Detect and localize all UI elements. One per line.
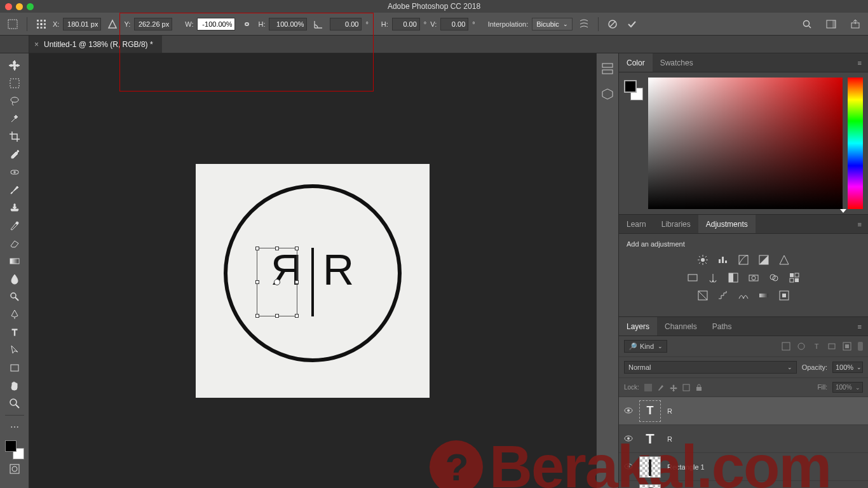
move-tool[interactable] bbox=[5, 57, 24, 74]
lock-transparent-icon[interactable] bbox=[644, 384, 652, 391]
dodge-tool[interactable] bbox=[5, 288, 24, 305]
interpolation-select[interactable]: Bicubic⌄ bbox=[532, 18, 572, 30]
filter-adjust-icon[interactable] bbox=[797, 342, 806, 351]
selective-color-icon[interactable] bbox=[777, 290, 791, 301]
color-balance-icon[interactable] bbox=[706, 272, 720, 283]
hue-sat-icon[interactable] bbox=[686, 272, 700, 283]
lock-paint-icon[interactable] bbox=[657, 384, 665, 391]
channel-mixer-icon[interactable] bbox=[767, 272, 781, 283]
levels-icon[interactable] bbox=[716, 254, 730, 266]
tab-layers[interactable]: Layers bbox=[619, 317, 657, 336]
delta-icon[interactable] bbox=[105, 17, 120, 32]
eraser-tool[interactable] bbox=[5, 235, 24, 252]
svg-rect-8 bbox=[41, 27, 43, 29]
panel-menu-icon[interactable]: ≡ bbox=[851, 323, 868, 330]
svg-point-29 bbox=[12, 466, 17, 471]
layer-row[interactable]: T R bbox=[619, 397, 868, 425]
fill-field[interactable]: 100%⌄ bbox=[832, 382, 863, 393]
tab-learn[interactable]: Learn bbox=[619, 215, 654, 233]
transform-icon[interactable] bbox=[5, 17, 20, 32]
canvas[interactable]: R R ?Berakal.com bbox=[29, 53, 596, 488]
hue-bar[interactable] bbox=[848, 78, 863, 209]
rectangle-tool[interactable] bbox=[5, 360, 24, 376]
layer-filter-kind[interactable]: 🔎Kind⌄ bbox=[624, 340, 667, 353]
crop-tool[interactable] bbox=[5, 128, 24, 145]
tab-swatches[interactable]: Swatches bbox=[653, 53, 701, 72]
commit-transform-icon[interactable] bbox=[624, 17, 639, 32]
gradient-tool[interactable] bbox=[5, 253, 24, 269]
fg-bg-swatch[interactable] bbox=[624, 78, 643, 209]
threshold-icon[interactable] bbox=[736, 290, 750, 301]
transform-bounds[interactable] bbox=[257, 248, 297, 316]
brush-tool[interactable] bbox=[5, 182, 24, 198]
tab-libraries[interactable]: Libraries bbox=[654, 215, 698, 233]
reference-point-icon[interactable] bbox=[34, 17, 49, 32]
share-icon[interactable] bbox=[848, 17, 863, 32]
marquee-tool[interactable] bbox=[5, 75, 24, 92]
color-lookup-icon[interactable] bbox=[787, 272, 801, 283]
quickmask-tool[interactable] bbox=[5, 461, 24, 477]
app-title: Adobe Photoshop CC 2018 bbox=[388, 2, 480, 11]
close-tab-icon[interactable]: × bbox=[34, 40, 39, 49]
svg-text:T: T bbox=[11, 327, 17, 337]
warp-icon[interactable] bbox=[576, 17, 592, 32]
zoom-tool[interactable] bbox=[5, 395, 24, 412]
gradient-map-icon[interactable] bbox=[757, 290, 771, 301]
hand-tool[interactable] bbox=[5, 377, 24, 394]
cancel-transform-icon[interactable] bbox=[605, 17, 620, 32]
window-minimize-icon[interactable] bbox=[16, 3, 23, 10]
tab-color[interactable]: Color bbox=[619, 53, 653, 72]
blend-mode-select[interactable]: Normal⌄ bbox=[624, 361, 797, 374]
path-selection-tool[interactable] bbox=[5, 342, 24, 358]
exposure-icon[interactable] bbox=[757, 254, 771, 266]
opacity-field[interactable]: 100%⌄ bbox=[832, 362, 863, 373]
svg-rect-30 bbox=[602, 64, 613, 67]
search-icon[interactable] bbox=[799, 17, 815, 32]
visibility-toggle[interactable] bbox=[624, 406, 633, 416]
filter-smart-icon[interactable] bbox=[843, 342, 851, 351]
workspace-icon[interactable] bbox=[824, 17, 839, 32]
lock-nest-icon[interactable] bbox=[682, 384, 690, 391]
brightness-icon[interactable] bbox=[696, 254, 710, 266]
photo-filter-icon[interactable] bbox=[747, 272, 761, 283]
edit-toolbar-icon[interactable]: ⋯ bbox=[5, 419, 24, 435]
color-spectrum[interactable] bbox=[648, 78, 843, 209]
magic-wand-tool[interactable] bbox=[5, 111, 24, 127]
x-field[interactable] bbox=[63, 18, 101, 30]
filter-shape-icon[interactable] bbox=[827, 342, 836, 351]
tab-channels[interactable]: Channels bbox=[657, 317, 705, 336]
window-close-icon[interactable] bbox=[5, 3, 12, 10]
history-panel-icon[interactable] bbox=[601, 62, 614, 75]
healing-brush-tool[interactable] bbox=[5, 164, 24, 180]
filter-pixel-icon[interactable] bbox=[782, 342, 790, 351]
svg-rect-49 bbox=[790, 273, 794, 277]
window-zoom-icon[interactable] bbox=[27, 3, 34, 10]
x-label: X: bbox=[53, 20, 59, 28]
bw-icon[interactable] bbox=[726, 272, 740, 283]
filter-type-icon[interactable]: T bbox=[812, 342, 821, 351]
tab-adjustments[interactable]: Adjustments bbox=[698, 215, 756, 233]
curves-icon[interactable] bbox=[736, 254, 750, 266]
lasso-tool[interactable] bbox=[5, 93, 24, 109]
invert-icon[interactable] bbox=[696, 290, 710, 301]
svg-rect-1 bbox=[37, 20, 39, 22]
lock-all-icon[interactable] bbox=[695, 384, 703, 391]
skew-v-field[interactable] bbox=[440, 18, 468, 30]
layer-name[interactable]: R bbox=[667, 407, 672, 415]
panel-menu-icon[interactable]: ≡ bbox=[851, 59, 868, 67]
skew-h-field[interactable] bbox=[392, 18, 420, 30]
clone-stamp-tool[interactable] bbox=[5, 200, 24, 216]
eyedropper-tool[interactable] bbox=[5, 146, 24, 163]
vibrance-icon[interactable] bbox=[777, 254, 791, 266]
pen-tool[interactable] bbox=[5, 306, 24, 323]
properties-panel-icon[interactable] bbox=[601, 88, 614, 100]
lock-position-icon[interactable] bbox=[670, 384, 677, 391]
blur-tool[interactable] bbox=[5, 271, 24, 287]
filter-toggle[interactable] bbox=[858, 342, 863, 351]
color-swatch-tool[interactable] bbox=[5, 440, 24, 459]
type-tool[interactable]: T bbox=[5, 324, 24, 341]
history-brush-tool[interactable] bbox=[5, 217, 24, 234]
tab-paths[interactable]: Paths bbox=[705, 317, 740, 336]
panel-menu-icon[interactable]: ≡ bbox=[851, 220, 868, 228]
posterize-icon[interactable] bbox=[716, 290, 730, 301]
